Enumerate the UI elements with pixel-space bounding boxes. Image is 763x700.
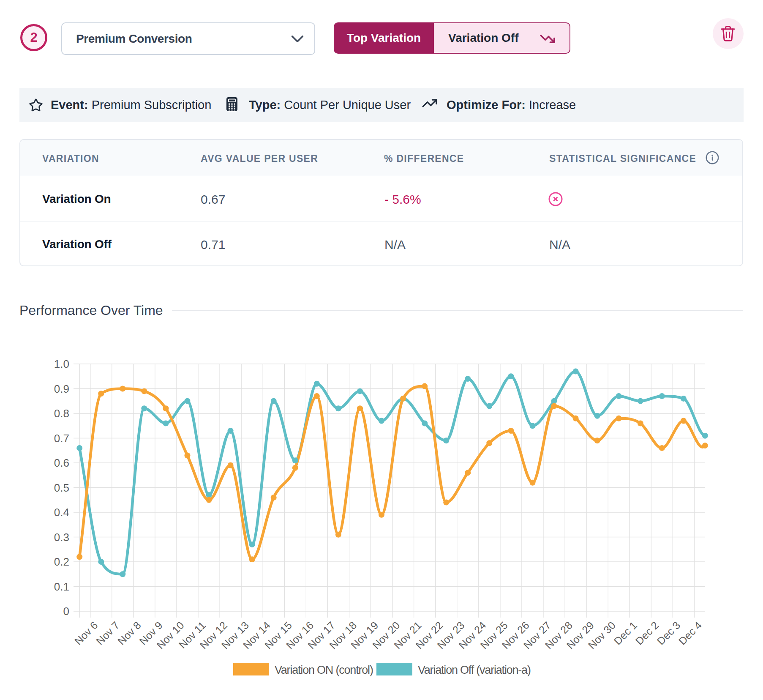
svg-text:Nov 6: Nov 6 [72, 619, 100, 647]
svg-text:0.8: 0.8 [54, 407, 69, 420]
svg-text:Dec 4: Dec 4 [676, 619, 704, 647]
svg-text:Variation ON (control): Variation ON (control) [275, 664, 373, 676]
svg-text:0.4: 0.4 [54, 506, 69, 519]
svg-text:0.1: 0.1 [54, 580, 69, 593]
svg-text:0: 0 [63, 605, 69, 618]
svg-text:0.2: 0.2 [54, 555, 69, 568]
svg-text:Dec 1: Dec 1 [611, 619, 639, 647]
svg-text:0.3: 0.3 [54, 531, 69, 544]
svg-text:1.0: 1.0 [54, 358, 69, 370]
svg-text:Variation Off (variation-a): Variation Off (variation-a) [418, 664, 531, 676]
svg-text:Nov 7: Nov 7 [94, 619, 122, 647]
svg-text:0.6: 0.6 [54, 457, 69, 469]
svg-text:Nov 8: Nov 8 [115, 619, 143, 647]
svg-text:Dec 2: Dec 2 [633, 619, 661, 647]
svg-text:0.5: 0.5 [54, 481, 69, 494]
svg-text:0.9: 0.9 [54, 383, 69, 395]
svg-text:0.7: 0.7 [54, 432, 69, 445]
svg-text:Dec 3: Dec 3 [654, 619, 682, 647]
